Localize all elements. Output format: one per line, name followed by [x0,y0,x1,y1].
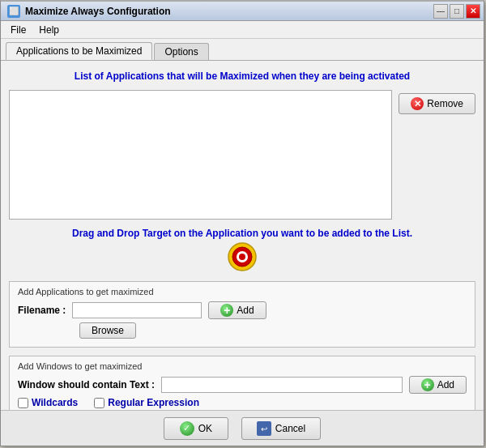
menu-file[interactable]: File [4,23,32,37]
filename-input[interactable] [72,302,202,318]
tab-bar: Applications to be Maximized Options [1,39,484,61]
add-windows-section: Add Windows to get maximized Window shou… [9,356,475,410]
add-apps-label: Add Applications to get maximized [18,287,467,297]
add-app-label: Add [237,305,254,316]
list-section: ✕ Remove [9,90,475,220]
close-button[interactable]: ✕ [466,4,480,19]
window-text-row: Window should contain Text : + Add [18,376,467,394]
content-area: List of Applications that will be Maximi… [1,61,484,410]
remove-area: ✕ Remove [399,90,475,114]
checkbox-row: Wildcards Regular Expression [18,397,467,408]
title-bar: ⬜ Maximize Always Configuration — □ ✕ [1,2,484,21]
tab-options[interactable]: Options [154,43,208,60]
add-window-label: Add [437,379,454,390]
remove-label: Remove [427,98,463,109]
cancel-label: Cancel [275,423,305,434]
window-text-input[interactable] [161,377,403,393]
minimize-button[interactable]: — [433,4,448,19]
cancel-button[interactable]: ↩ Cancel [241,417,321,440]
add-window-icon: + [421,378,434,391]
window-controls: — □ ✕ [433,4,480,19]
add-windows-label: Add Windows to get maximized [18,361,467,371]
regex-label: Regular Expression [108,397,199,408]
browse-button[interactable]: Browse [79,322,136,339]
drag-target-icon [228,242,257,271]
menu-bar: File Help [1,21,484,39]
svg-point-3 [239,254,245,260]
list-info-text: List of Applications that will be Maximi… [9,67,475,85]
add-applications-section: Add Applications to get maximized Filena… [9,281,475,348]
filename-row: Filename : + Add [18,301,467,319]
add-app-button[interactable]: + Add [208,301,266,319]
wildcards-checkbox[interactable] [18,398,28,408]
ok-button[interactable]: ✓ OK [164,417,228,440]
browse-row: Browse [18,322,467,339]
regex-checkbox[interactable] [94,398,104,408]
footer: ✓ OK ↩ Cancel [1,410,484,446]
regex-checkbox-item[interactable]: Regular Expression [94,397,199,408]
menu-help[interactable]: Help [32,23,66,37]
tab-applications[interactable]: Applications to be Maximized [6,42,152,60]
filename-label: Filename : [18,305,66,316]
drag-text: Drag and Drop Target on the Application … [9,228,475,239]
app-list[interactable] [9,90,392,220]
remove-icon: ✕ [411,97,424,110]
add-app-icon: + [220,304,233,317]
main-window: ⬜ Maximize Always Configuration — □ ✕ Fi… [0,0,484,446]
ok-label: OK [198,423,212,434]
add-window-button[interactable]: + Add [409,376,467,394]
ok-icon: ✓ [180,421,194,436]
remove-button[interactable]: ✕ Remove [399,93,475,114]
wildcards-label: Wildcards [32,397,78,408]
drag-section: Drag and Drop Target on the Application … [9,224,475,276]
maximize-button[interactable]: □ [450,4,464,19]
app-icon: ⬜ [7,5,20,18]
svg-text:↩: ↩ [261,425,267,433]
window-text-label: Window should contain Text : [18,379,155,390]
cancel-icon: ↩ [257,421,271,436]
window-title: Maximize Always Configuration [25,6,171,17]
app-list-container [9,90,392,220]
wildcards-checkbox-item[interactable]: Wildcards [18,397,78,408]
